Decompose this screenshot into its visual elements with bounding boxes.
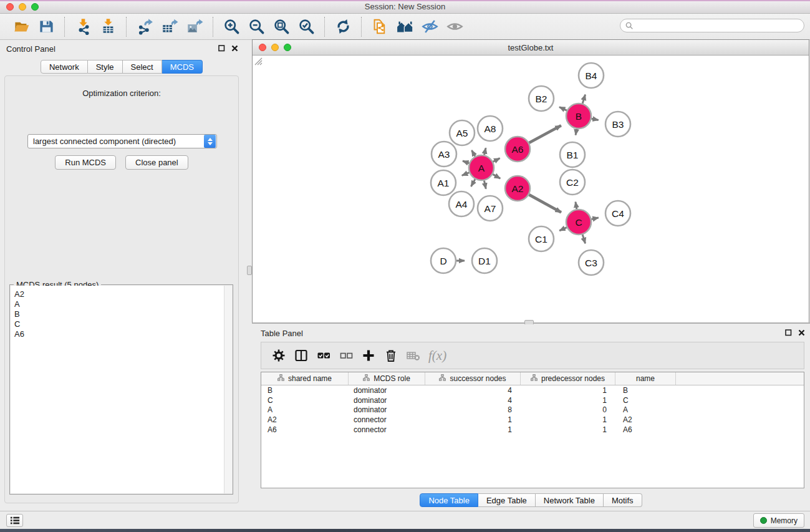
table-row[interactable]: Adominator80A (261, 405, 804, 415)
search-input[interactable] (634, 20, 804, 31)
tab-network-table[interactable]: Network Table (536, 493, 604, 507)
delete-column-button[interactable] (380, 344, 402, 367)
task-history-button[interactable] (6, 514, 23, 527)
table-row[interactable]: Cdominator41C (261, 395, 804, 405)
graph-edge-C-C1[interactable] (559, 228, 567, 231)
open-session-button[interactable] (11, 16, 32, 37)
select-all-button[interactable] (312, 344, 335, 367)
session-network-button[interactable] (369, 16, 390, 37)
delete-table-button[interactable] (402, 344, 425, 367)
home-view-button[interactable] (394, 16, 415, 37)
zoom-selected-button[interactable] (296, 16, 317, 37)
table-cell[interactable]: 1 (521, 395, 615, 405)
table-cell[interactable]: 4 (425, 395, 521, 405)
deselect-all-button[interactable] (335, 344, 357, 367)
graph-edge-A-A4[interactable] (471, 179, 475, 186)
import-table-button[interactable] (97, 16, 118, 37)
function-builder-button[interactable]: f(x) (425, 344, 446, 367)
tab-select[interactable]: Select (123, 60, 162, 74)
graph-edge-A-A5[interactable] (471, 150, 475, 157)
table-cell[interactable]: 0 (521, 405, 615, 415)
zoom-out-button[interactable] (246, 16, 267, 37)
table-cell[interactable]: connector (349, 415, 425, 425)
table-cell[interactable]: 1 (521, 415, 615, 425)
tab-network[interactable]: Network (41, 60, 88, 74)
graph-edge-A-A2[interactable] (493, 174, 500, 178)
graph-edge-A6-B[interactable] (529, 125, 561, 143)
column-header-MCDS-role[interactable]: MCDS role (349, 372, 425, 385)
graph-edge-A2-C[interactable] (529, 195, 561, 212)
zoom-in-button[interactable] (221, 16, 242, 37)
tab-node-table[interactable]: Node Table (420, 493, 478, 507)
table-row[interactable]: A6connector11A6 (261, 425, 804, 435)
table-cell[interactable]: 4 (425, 385, 521, 395)
export-table-button[interactable] (159, 16, 180, 37)
tab-style[interactable]: Style (88, 60, 123, 74)
result-item[interactable]: A6 (11, 329, 232, 339)
graph-edge-C-C2[interactable] (576, 202, 577, 210)
table-cell[interactable]: dominator (349, 395, 425, 405)
result-item[interactable]: C (11, 319, 232, 329)
tab-mcds[interactable]: MCDS (162, 60, 203, 74)
graph-edge-C-C4[interactable] (591, 218, 598, 220)
table-cell[interactable]: A (615, 405, 676, 415)
close-panel-icon-button[interactable] (231, 44, 238, 52)
result-item[interactable]: A (11, 299, 232, 309)
column-header-name[interactable]: name (615, 372, 676, 385)
graph-edge-A-A3[interactable] (463, 161, 469, 163)
table-cell[interactable]: 1 (425, 425, 521, 435)
zoom-fit-button[interactable] (271, 16, 292, 37)
refresh-layout-button[interactable] (332, 16, 354, 37)
table-cell[interactable]: 1 (425, 415, 521, 425)
result-scrollbar[interactable] (224, 286, 232, 493)
float-panel-button[interactable] (218, 44, 225, 52)
close-table-panel-button[interactable] (798, 329, 805, 336)
table-cell[interactable]: A6 (261, 425, 349, 435)
table-row[interactable]: Bdominator41B (261, 385, 804, 395)
column-header-shared-name[interactable]: shared name (261, 372, 349, 385)
graph-edge-A-A8[interactable] (485, 148, 486, 155)
graph-edge-B-B4[interactable] (582, 95, 585, 104)
run-mcds-button[interactable]: Run MCDS (55, 155, 116, 170)
graph-edge-A-A6[interactable] (493, 158, 500, 162)
export-network-button[interactable] (134, 16, 155, 37)
table-cell[interactable]: 8 (425, 405, 521, 415)
table-cell[interactable]: C (261, 395, 349, 405)
import-network-button[interactable] (72, 16, 94, 37)
window-resize-grip[interactable] (253, 56, 263, 65)
table-row[interactable]: A2connector11A2 (261, 415, 804, 425)
table-cell[interactable]: A (261, 405, 349, 415)
hide-graphics-button[interactable] (419, 16, 440, 37)
network-canvas[interactable]: B4B2BB3A8A5A6A3B1AC2A1A2A4A7C4CC1DD1C3 (253, 56, 809, 322)
table-cell[interactable]: A2 (615, 415, 676, 425)
search-field[interactable] (620, 19, 804, 32)
table-cell[interactable]: B (615, 385, 676, 395)
tab-edge-table[interactable]: Edge Table (478, 493, 536, 507)
graph-edge-B-B3[interactable] (592, 118, 599, 120)
optimization-criterion-dropdown[interactable]: largest connected component (directed) (27, 134, 217, 148)
show-graphics-button[interactable] (444, 16, 465, 37)
tab-motifs[interactable]: Motifs (604, 493, 642, 507)
graph-edge-A-A7[interactable] (484, 181, 486, 189)
result-item[interactable]: A2 (11, 289, 232, 299)
save-session-button[interactable] (36, 16, 57, 37)
show-columns-button[interactable] (290, 344, 312, 367)
vertical-splitter-grip[interactable] (247, 266, 252, 275)
result-item[interactable]: B (11, 309, 232, 319)
graph-edge-C-C3[interactable] (582, 235, 585, 243)
memory-button[interactable]: Memory (753, 513, 804, 528)
mcds-result-list[interactable]: A2ABCA6 (11, 286, 232, 493)
table-cell[interactable]: connector (349, 425, 425, 435)
table-cell[interactable]: dominator (349, 405, 425, 415)
column-header-successor-nodes[interactable]: successor nodes (425, 372, 521, 385)
float-table-panel-button[interactable] (784, 329, 792, 336)
export-image-button[interactable] (184, 16, 205, 37)
table-cell[interactable]: A2 (261, 415, 349, 425)
table-cell[interactable]: dominator (349, 385, 425, 395)
column-header-predecessor-nodes[interactable]: predecessor nodes (521, 372, 615, 385)
table-cell[interactable]: 1 (521, 425, 615, 435)
graph-edge-B-B1[interactable] (576, 129, 577, 135)
table-cell[interactable]: B (261, 385, 349, 395)
table-settings-button[interactable] (268, 344, 290, 367)
table-cell[interactable]: A6 (615, 425, 676, 435)
